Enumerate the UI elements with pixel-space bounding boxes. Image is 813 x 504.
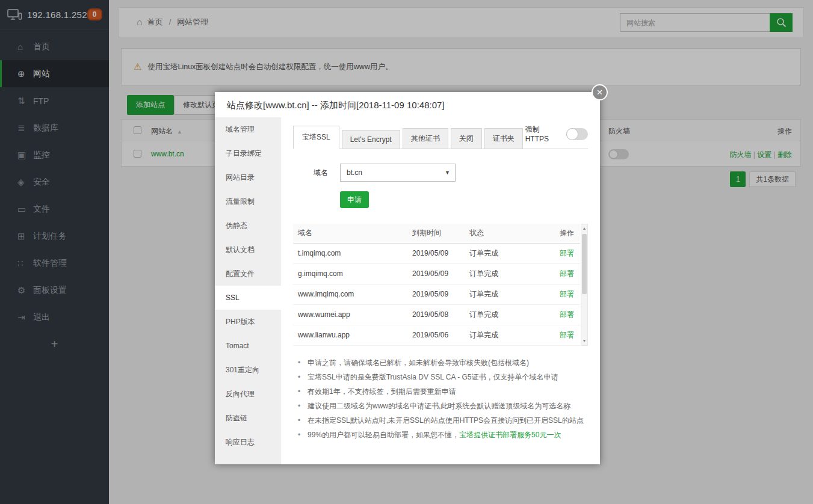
- scrollbar-thumb[interactable]: [582, 234, 587, 294]
- note-item: 建议使用二级域名为www的域名申请证书,此时系统会默认赠送顶级域名为可选名称: [298, 399, 588, 413]
- cert-expire: 2019/05/09: [407, 263, 465, 284]
- domain-form-row: 域名 bt.cn ▼: [293, 164, 588, 182]
- modal-menu: 域名管理 子目录绑定 网站目录 流量限制 伪静态 默认文档 配置文件 SSL P…: [215, 117, 281, 464]
- cert-row: www.wumei.app 2019/05/08 订单完成 部署: [293, 304, 580, 325]
- deploy-link[interactable]: 部署: [560, 269, 574, 278]
- cert-expire: 2019/05/09: [407, 243, 465, 263]
- menu-item-ssl[interactable]: SSL: [215, 286, 281, 310]
- cert-expire: 2019/05/06: [407, 325, 465, 345]
- menu-item-default-doc[interactable]: 默认文档: [215, 238, 281, 262]
- col-expire: 到期时间: [407, 224, 465, 243]
- modal-body: 域名管理 子目录绑定 网站目录 流量限制 伪静态 默认文档 配置文件 SSL P…: [215, 117, 600, 464]
- close-icon[interactable]: ×: [592, 84, 608, 100]
- cert-expire: 2019/05/09: [407, 284, 465, 304]
- tab-close[interactable]: 关闭: [451, 128, 482, 149]
- cert-status: 订单完成: [465, 304, 537, 325]
- scroll-down-icon[interactable]: ▼: [581, 337, 587, 345]
- cert-status: 订单完成: [465, 243, 537, 263]
- cert-domain: www.wumei.app: [293, 304, 407, 325]
- deploy-link[interactable]: 部署: [560, 290, 574, 298]
- note-item: 99%的用户都可以轻易自助部署，如果您不懂，宝塔提供证书部署服务50元一次: [298, 428, 588, 442]
- scrollbar[interactable]: ▲ ▼: [581, 224, 588, 346]
- domain-label: 域名: [293, 168, 328, 178]
- site-edit-modal: × 站点修改[www.bt.cn] -- 添加时间[2018-11-09 10:…: [215, 92, 600, 464]
- menu-item-traffic-limit[interactable]: 流量限制: [215, 189, 281, 214]
- deploy-link[interactable]: 部署: [560, 310, 574, 319]
- cert-domain: www.lianwu.app: [293, 325, 407, 345]
- menu-item-rewrite[interactable]: 伪静态: [215, 214, 281, 238]
- deploy-link[interactable]: 部署: [560, 249, 574, 257]
- cert-row: g.imqimq.com 2019/05/09 订单完成 部署: [293, 263, 580, 284]
- scroll-up-icon[interactable]: ▲: [581, 225, 587, 232]
- tab-lets-encrypt[interactable]: Let's Encrypt: [342, 130, 400, 149]
- cert-status: 订单完成: [465, 284, 537, 304]
- cert-status: 订单完成: [465, 263, 537, 284]
- menu-item-php-version[interactable]: PHP版本: [215, 310, 281, 334]
- cert-domain: g.imqimq.com: [293, 263, 407, 284]
- cert-table: 域名 到期时间 状态 操作 t.imqimq.com 2019/05/09 订单…: [293, 224, 580, 346]
- tab-other-cert[interactable]: 其他证书: [403, 128, 448, 149]
- ssl-panel: 宝塔SSL Let's Encrypt 其他证书 关闭 证书夹 强制HTTPS …: [281, 117, 600, 464]
- col-action: 操作: [537, 224, 580, 243]
- cert-domain: t.imqimq.com: [293, 243, 407, 263]
- menu-item-response-log[interactable]: 响应日志: [215, 430, 281, 454]
- deploy-service-link[interactable]: 宝塔提供证书部署服务50元一次: [459, 431, 561, 439]
- note-item: 在未指定SSL默认站点时,未开启SSL的站点使用HTTPS会直接访问到已开启SS…: [298, 413, 588, 428]
- ssl-tabs: 宝塔SSL Let's Encrypt 其他证书 关闭 证书夹 强制HTTPS: [293, 124, 588, 149]
- modal-title: 站点修改[www.bt.cn] -- 添加时间[2018-11-09 10:48…: [215, 92, 600, 117]
- menu-item-site-dir[interactable]: 网站目录: [215, 165, 281, 189]
- deploy-link[interactable]: 部署: [560, 331, 574, 339]
- cert-domain: www.imqimq.com: [293, 284, 407, 304]
- cert-status: 订单完成: [465, 325, 537, 345]
- note-item: 宝塔SSL申请的是免费版TrustAsia DV SSL CA - G5证书，仅…: [298, 370, 588, 384]
- domain-select-value: bt.cn: [347, 168, 362, 177]
- cert-table-wrap: 域名 到期时间 状态 操作 t.imqimq.com 2019/05/09 订单…: [293, 224, 588, 346]
- force-https: 强制HTTPS: [525, 124, 588, 143]
- cert-expire: 2019/05/08: [407, 304, 465, 325]
- menu-item-tomcat[interactable]: Tomact: [215, 334, 281, 358]
- tab-bt-ssl[interactable]: 宝塔SSL: [293, 126, 339, 149]
- chevron-down-icon: ▼: [445, 164, 450, 181]
- tab-cert-folder[interactable]: 证书夹: [484, 128, 523, 149]
- menu-item-reverse-proxy[interactable]: 反向代理: [215, 382, 281, 406]
- menu-item-subdir[interactable]: 子目录绑定: [215, 141, 281, 165]
- menu-item-301-redirect[interactable]: 301重定向: [215, 358, 281, 382]
- cert-table-header: 域名 到期时间 状态 操作: [293, 224, 580, 243]
- menu-item-config-file[interactable]: 配置文件: [215, 262, 281, 286]
- force-https-toggle[interactable]: [566, 128, 589, 140]
- force-https-label: 强制HTTPS: [525, 124, 560, 143]
- note-item: 申请之前，请确保域名已解析，如未解析会导致审核失败(包括根域名): [298, 355, 588, 370]
- ssl-notes: 申请之前，请确保域名已解析，如未解析会导致审核失败(包括根域名) 宝塔SSL申请…: [293, 355, 588, 442]
- col-domain: 域名: [293, 224, 407, 243]
- cert-row: t.imqimq.com 2019/05/09 订单完成 部署: [293, 243, 580, 263]
- apply-button[interactable]: 申请: [340, 191, 369, 208]
- cert-row: www.lianwu.app 2019/05/06 订单完成 部署: [293, 325, 580, 345]
- col-status: 状态: [465, 224, 537, 243]
- note-item: 有效期1年，不支持续签，到期后需要重新申请: [298, 384, 588, 399]
- note-text: 99%的用户都可以轻易自助部署，如果您不懂，: [308, 431, 459, 439]
- domain-select[interactable]: bt.cn ▼: [340, 164, 456, 182]
- menu-item-domains[interactable]: 域名管理: [215, 117, 281, 141]
- toggle-knob: [566, 128, 578, 140]
- cert-row: www.imqimq.com 2019/05/09 订单完成 部署: [293, 284, 580, 304]
- menu-item-hotlink[interactable]: 防盗链: [215, 406, 281, 430]
